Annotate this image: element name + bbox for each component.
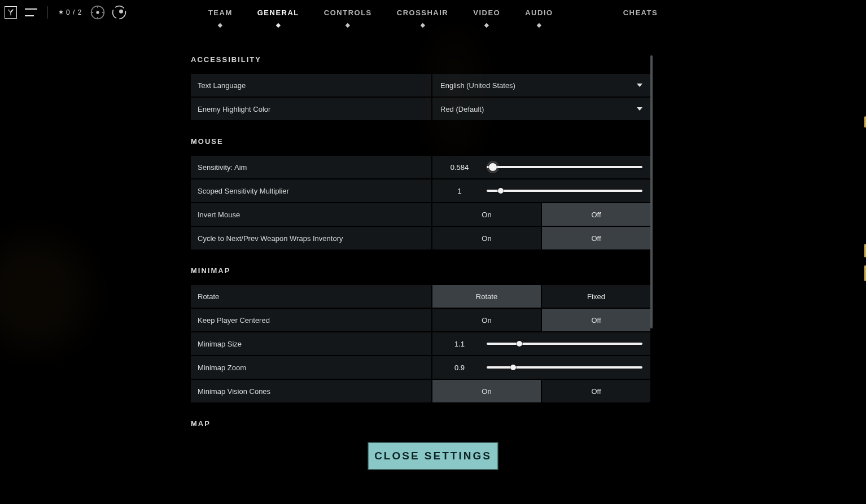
scrollbar[interactable] [650, 55, 653, 328]
section-accessibility: ACCESSIBILITY [191, 55, 650, 64]
scoped-sens-value: 1 [432, 187, 487, 195]
section-minimap: MINIMAP [191, 266, 650, 275]
fixed-option[interactable]: Fixed [542, 285, 650, 308]
tab-crosshair[interactable]: CROSSHAIR [384, 0, 461, 25]
settings-tabs: TEAM GENERAL CONTROLS CROSSHAIR VIDEO AU… [196, 0, 670, 25]
slider-track[interactable] [487, 332, 642, 355]
invert-mouse-label: Invert Mouse [191, 203, 431, 226]
vision-cones-on[interactable]: On [432, 380, 541, 402]
slider-track[interactable] [487, 356, 642, 379]
cycle-inventory-label: Cycle to Next/Prev Weapon Wraps Inventor… [191, 227, 431, 249]
keep-centered-on[interactable]: On [432, 309, 541, 331]
cycle-inventory-toggle: On Off [432, 227, 650, 249]
enemy-highlight-dropdown[interactable]: Red (Default) [432, 98, 650, 120]
row-scoped-sens: Scoped Sensitivity Multiplier 1 [191, 179, 650, 202]
text-language-label: Text Language [191, 74, 431, 97]
row-cycle-inventory: Cycle to Next/Prev Weapon Wraps Inventor… [191, 227, 650, 249]
close-settings-button[interactable]: CLOSE SETTINGS [368, 442, 498, 470]
row-enemy-highlight: Enemy Highlight Color Red (Default) [191, 98, 650, 120]
chevron-down-icon [637, 84, 642, 87]
svg-point-3 [119, 10, 123, 14]
svg-point-1 [97, 11, 99, 14]
keep-centered-off[interactable]: Off [542, 309, 650, 331]
vision-cones-label: Minimap Vision Cones [191, 380, 431, 402]
slider-thumb[interactable] [489, 163, 497, 171]
rotate-toggle: Rotate Fixed [432, 285, 650, 308]
tab-video[interactable]: VIDEO [461, 0, 513, 25]
slider-thumb[interactable] [498, 188, 504, 194]
slider-track[interactable] [487, 179, 642, 202]
row-text-language: Text Language English (United States) [191, 74, 650, 97]
chevron-down-icon [637, 107, 642, 111]
text-language-value: English (United States) [440, 81, 515, 90]
tab-team[interactable]: TEAM [196, 0, 245, 25]
settings-panel: ACCESSIBILITY Text Language English (Uni… [191, 55, 650, 430]
tab-general[interactable]: GENERAL [245, 0, 312, 25]
row-rotate: Rotate Rotate Fixed [191, 285, 650, 308]
slider-thumb[interactable] [517, 341, 522, 347]
separator [47, 6, 48, 19]
vision-cones-toggle: On Off [432, 380, 650, 402]
row-sensitivity: Sensitivity: Aim 0.584 [191, 156, 650, 178]
background-blob [0, 237, 90, 350]
enemy-highlight-label: Enemy Highlight Color [191, 98, 431, 120]
keep-centered-label: Keep Player Centered [191, 309, 431, 331]
cycle-inventory-off[interactable]: Off [542, 227, 650, 249]
section-mouse: MOUSE [191, 137, 650, 146]
row-invert-mouse: Invert Mouse On Off [191, 203, 650, 226]
section-map: MAP [191, 419, 650, 428]
tab-audio[interactable]: AUDIO [513, 0, 565, 25]
cycle-inventory-on[interactable]: On [432, 227, 541, 249]
scoped-sens-slider[interactable]: 1 [432, 179, 650, 202]
resource-counter: 0 / 2 [66, 8, 82, 16]
vision-cones-off[interactable]: Off [542, 380, 650, 402]
minimap-size-value: 1.1 [432, 340, 487, 348]
minimap-zoom-value: 0.9 [432, 363, 487, 372]
row-minimap-zoom: Minimap Zoom 0.9 [191, 356, 650, 379]
scoped-sens-label: Scoped Sensitivity Multiplier [191, 179, 431, 202]
keep-centered-toggle: On Off [432, 309, 650, 331]
sensitivity-value: 0.584 [432, 163, 487, 172]
svg-point-2 [113, 6, 126, 19]
minimap-zoom-label: Minimap Zoom [191, 356, 431, 379]
menu-icon[interactable] [25, 8, 37, 16]
mode-indicator-b-icon[interactable] [111, 5, 127, 20]
minimap-size-slider[interactable]: 1.1 [432, 332, 650, 355]
tab-controls[interactable]: CONTROLS [312, 0, 384, 25]
row-vision-cones: Minimap Vision Cones On Off [191, 380, 650, 402]
minimap-zoom-slider[interactable]: 0.9 [432, 356, 650, 379]
text-language-dropdown[interactable]: English (United States) [432, 74, 650, 97]
invert-mouse-off[interactable]: Off [542, 203, 650, 226]
sensitivity-label: Sensitivity: Aim [191, 156, 431, 178]
game-logo-icon[interactable] [5, 6, 17, 19]
mode-indicator-a-icon[interactable] [90, 5, 106, 20]
invert-mouse-toggle: On Off [432, 203, 650, 226]
invert-mouse-on[interactable]: On [432, 203, 541, 226]
sensitivity-slider[interactable]: 0.584 [432, 156, 650, 178]
minimap-size-label: Minimap Size [191, 332, 431, 355]
rotate-label: Rotate [191, 285, 431, 308]
top-bar: ✶ 0 / 2 TEAM GENERAL CONTROLS CROSSHAIR … [0, 0, 866, 25]
row-minimap-size: Minimap Size 1.1 [191, 332, 650, 355]
slider-thumb[interactable] [510, 365, 516, 370]
enemy-highlight-value: Red (Default) [440, 105, 484, 113]
rotate-option[interactable]: Rotate [432, 285, 541, 308]
tab-cheats[interactable]: CHEATS [611, 0, 670, 25]
star-icon: ✶ [58, 8, 64, 16]
slider-track[interactable] [487, 156, 642, 178]
row-keep-centered: Keep Player Centered On Off [191, 309, 650, 331]
